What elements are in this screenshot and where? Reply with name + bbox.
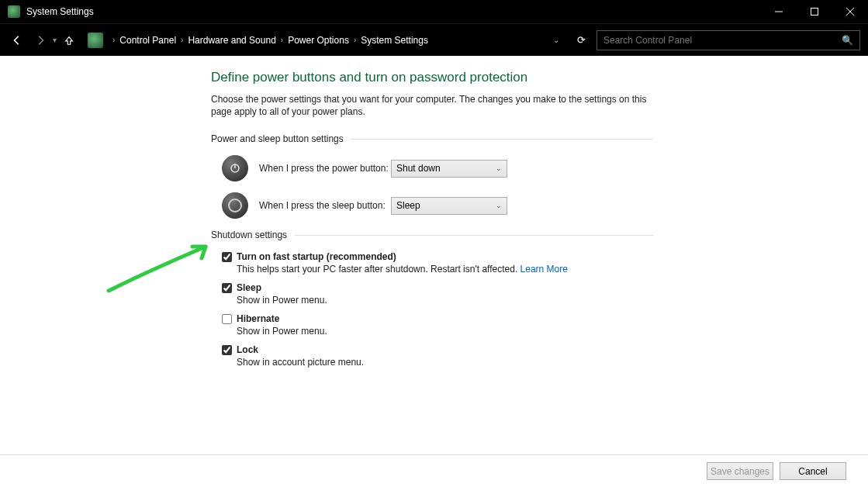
minimize-button[interactable] — [761, 0, 797, 23]
maximize-button[interactable] — [797, 0, 832, 23]
svg-rect-1 — [811, 9, 818, 16]
address-dropdown[interactable]: ⌄ — [547, 36, 565, 44]
search-icon[interactable]: 🔍 — [842, 35, 853, 46]
breadcrumb[interactable]: › Control Panel › Hardware and Sound › P… — [111, 30, 542, 50]
sleep-desc: Show in Power menu. — [237, 295, 653, 306]
hibernate-checkbox[interactable] — [222, 314, 232, 324]
search-input[interactable] — [603, 35, 842, 46]
power-button-dropdown[interactable]: Shut down ⌄ — [391, 160, 507, 178]
lock-item: Lock Show in account picture menu. — [222, 344, 653, 368]
up-button[interactable] — [60, 31, 78, 50]
sleep-button-value: Sleep — [396, 200, 420, 211]
back-button[interactable] — [8, 31, 26, 50]
page-description: Choose the power settings that you want … — [211, 93, 653, 118]
fast-startup-desc: This helps start your PC faster after sh… — [237, 264, 653, 275]
forward-button[interactable] — [31, 31, 50, 50]
fast-startup-title: Turn on fast startup (recommended) — [237, 251, 396, 262]
section-power-sleep: Power and sleep button settings — [211, 133, 653, 144]
crumb-system-settings[interactable]: System Settings — [358, 35, 431, 46]
cancel-button[interactable]: Cancel — [780, 462, 846, 480]
refresh-button[interactable]: ⟳ — [570, 34, 592, 46]
chevron-down-icon: ⌄ — [496, 202, 502, 209]
crumb-power-options[interactable]: Power Options — [285, 35, 352, 46]
fast-startup-checkbox[interactable] — [222, 252, 232, 262]
chevron-right-icon: › — [279, 36, 285, 44]
power-icon — [222, 155, 248, 181]
sleep-title: Sleep — [237, 282, 261, 293]
save-changes-button[interactable]: Save changes — [707, 462, 773, 480]
close-button[interactable] — [832, 0, 868, 23]
sleep-icon — [222, 192, 248, 219]
window-title: System Settings — [26, 6, 94, 17]
crumb-control-panel[interactable]: Control Panel — [116, 35, 179, 46]
section-shutdown: Shutdown settings — [211, 230, 653, 240]
sleep-item: Sleep Show in Power menu. — [222, 282, 653, 306]
fast-startup-item: Turn on fast startup (recommended) This … — [222, 251, 653, 275]
chevron-right-icon: › — [111, 36, 116, 44]
crumb-hardware-sound[interactable]: Hardware and Sound — [185, 35, 278, 46]
chevron-down-icon: ⌄ — [496, 164, 502, 172]
content-area: Define power buttons and turn on passwor… — [0, 56, 868, 454]
page-title: Define power buttons and turn on passwor… — [211, 70, 653, 85]
hibernate-item: Hibernate Show in Power menu. — [222, 313, 653, 337]
footer: Save changes Cancel — [0, 454, 868, 487]
sleep-button-dropdown[interactable]: Sleep ⌄ — [391, 197, 507, 215]
hibernate-title: Hibernate — [237, 313, 279, 324]
lock-checkbox[interactable] — [222, 345, 232, 355]
section-label: Shutdown settings — [211, 230, 287, 240]
lock-desc: Show in account picture menu. — [237, 357, 653, 368]
sleep-button-label: When I press the sleep button: — [259, 200, 391, 211]
chevron-right-icon: › — [352, 36, 358, 44]
search-box[interactable]: 🔍 — [597, 30, 860, 50]
navbar: ▾ › Control Panel › Hardware and Sound ›… — [0, 23, 868, 56]
power-button-label: When I press the power button: — [259, 163, 391, 174]
sleep-checkbox[interactable] — [222, 283, 232, 293]
recent-dropdown[interactable]: ▾ — [53, 36, 57, 44]
section-label: Power and sleep button settings — [211, 133, 344, 144]
learn-more-link[interactable]: Learn More — [520, 264, 568, 275]
titlebar: System Settings — [0, 0, 868, 23]
app-icon — [8, 5, 20, 18]
lock-title: Lock — [237, 344, 258, 355]
power-button-value: Shut down — [396, 163, 441, 174]
hibernate-desc: Show in Power menu. — [237, 326, 653, 337]
address-icon — [88, 33, 103, 48]
chevron-right-icon: › — [179, 36, 185, 44]
